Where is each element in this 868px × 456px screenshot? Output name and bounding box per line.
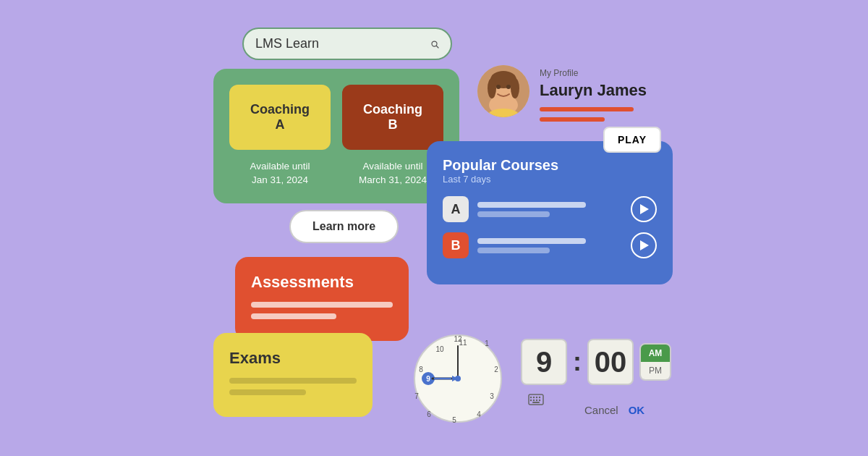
svg-text:8: 8 xyxy=(419,366,423,373)
course-badge-a[interactable]: A xyxy=(443,196,469,222)
svg-point-8 xyxy=(496,85,501,89)
pm-option[interactable]: PM xyxy=(641,362,670,379)
time-actions: Cancel OK xyxy=(584,404,644,416)
course-line-a-1 xyxy=(477,202,586,208)
popular-courses-subtitle: Last 7 days xyxy=(443,174,657,185)
course-badge-b[interactable]: B xyxy=(443,232,469,258)
coaching-panel: Coaching A Coaching B Available until Ja… xyxy=(213,69,459,203)
coaching-card-b[interactable]: Coaching B xyxy=(342,85,443,150)
avatar xyxy=(477,65,529,117)
svg-text:7: 7 xyxy=(414,392,419,400)
search-icon xyxy=(430,37,439,51)
svg-line-1 xyxy=(436,46,438,48)
popular-courses-title: Popular Courses xyxy=(443,157,657,174)
svg-text:5: 5 xyxy=(452,416,456,424)
ok-button[interactable]: OK xyxy=(629,404,645,416)
search-input[interactable] xyxy=(255,36,423,51)
time-hour-box[interactable]: 9 xyxy=(521,339,567,385)
learn-more-button[interactable]: Learn more xyxy=(289,210,399,243)
keyboard-icon xyxy=(528,394,544,405)
time-minute-box[interactable]: 00 xyxy=(587,339,634,385)
course-row-b: B xyxy=(443,232,657,258)
play-circle-a[interactable] xyxy=(631,196,657,222)
assess-line-2 xyxy=(251,313,336,319)
exams-title: Exams xyxy=(229,349,357,368)
clock-widget: 12 1 2 3 4 5 6 7 8 9 10 11 xyxy=(411,332,505,426)
popular-courses-panel: PLAY Popular Courses Last 7 days A B xyxy=(427,141,673,284)
svg-text:9: 9 xyxy=(426,375,430,383)
svg-point-7 xyxy=(511,78,519,98)
course-line-b-1 xyxy=(477,238,586,244)
exams-panel: Exams xyxy=(213,333,373,417)
profile-label: My Profile xyxy=(540,68,647,78)
profile-bar-1 xyxy=(540,107,634,111)
svg-point-29 xyxy=(455,376,461,381)
time-colon: : xyxy=(573,347,582,377)
profile-info: My Profile Lauryn James xyxy=(540,65,647,122)
play-triangle-a xyxy=(640,204,649,214)
play-button[interactable]: PLAY xyxy=(603,127,661,153)
coaching-date-a: Available until Jan 31, 2024 xyxy=(229,160,331,187)
am-option[interactable]: AM xyxy=(641,345,670,362)
keyboard-icon-wrap[interactable] xyxy=(528,394,544,408)
assessments-panel: Assessments xyxy=(235,257,409,341)
course-row-a: A xyxy=(443,196,657,222)
svg-text:10: 10 xyxy=(435,345,444,353)
course-lines-b xyxy=(477,238,622,253)
svg-text:2: 2 xyxy=(494,366,498,373)
svg-point-9 xyxy=(506,85,511,89)
coaching-cards-row: Coaching A Coaching B xyxy=(229,85,443,150)
svg-text:4: 4 xyxy=(477,410,481,418)
exams-line-2 xyxy=(229,389,306,395)
coaching-card-a[interactable]: Coaching A xyxy=(229,85,331,150)
profile-section: My Profile Lauryn James xyxy=(477,65,647,122)
search-bar xyxy=(242,28,452,60)
profile-bar-2 xyxy=(540,117,605,122)
svg-text:11: 11 xyxy=(459,339,467,347)
svg-text:6: 6 xyxy=(427,410,431,418)
svg-text:3: 3 xyxy=(490,392,494,400)
assess-line-1 xyxy=(251,302,393,308)
coaching-dates-row: Available until Jan 31, 2024 Available u… xyxy=(229,160,443,187)
exams-line-1 xyxy=(229,378,357,384)
avatar-image xyxy=(477,65,529,117)
course-lines-a xyxy=(477,202,622,217)
ampm-selector[interactable]: AM PM xyxy=(639,343,671,381)
clock-face: 12 1 2 3 4 5 6 7 8 9 10 11 xyxy=(411,332,505,426)
svg-text:1: 1 xyxy=(485,339,489,347)
cancel-button[interactable]: Cancel xyxy=(584,404,618,416)
assessments-title: Assessments xyxy=(251,273,393,292)
time-minute-value: 00 xyxy=(595,346,627,379)
play-triangle-b xyxy=(640,240,649,250)
course-line-a-2 xyxy=(477,211,550,217)
play-circle-b[interactable] xyxy=(631,232,657,258)
svg-point-6 xyxy=(488,78,496,98)
time-picker: 9 : 00 AM PM xyxy=(521,339,671,385)
profile-name: Lauryn James xyxy=(540,81,647,100)
course-line-b-2 xyxy=(477,248,550,253)
time-hour-value: 9 xyxy=(536,346,552,379)
